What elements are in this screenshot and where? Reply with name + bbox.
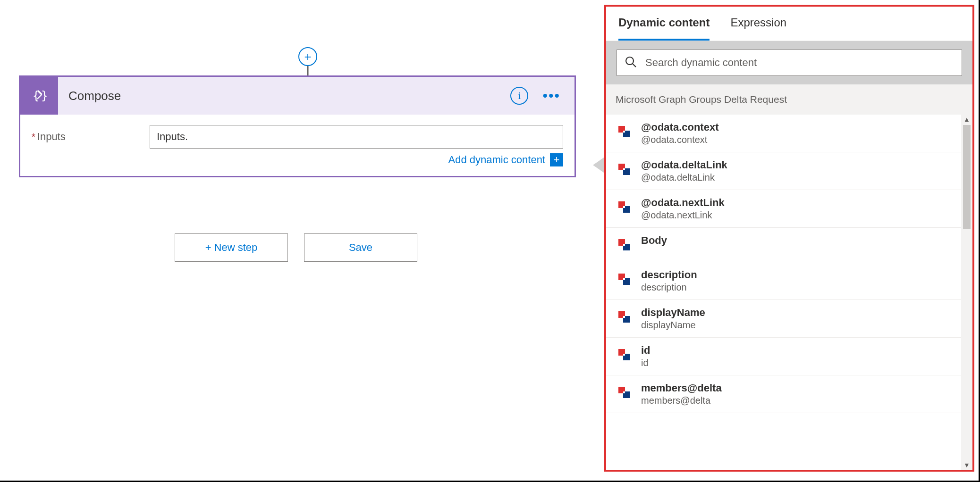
svg-marker-28: [623, 354, 625, 356]
dc-search-wrap: [606, 41, 972, 84]
dc-item-sub: @odata.deltaLink: [641, 172, 727, 183]
dc-item-title: @odata.context: [641, 121, 718, 133]
graph-icon: [616, 269, 633, 290]
footer-buttons: + New step Save: [175, 233, 417, 262]
dc-item[interactable]: @odata.deltaLink@odata.deltaLink: [606, 152, 961, 190]
svg-marker-10: [623, 131, 625, 133]
graph-icon: [616, 121, 633, 142]
graph-icon: [616, 234, 633, 255]
dc-item-sub: description: [641, 282, 697, 293]
save-button[interactable]: Save: [304, 233, 417, 262]
dc-item[interactable]: descriptiondescription: [606, 262, 961, 300]
dc-item-title: id: [641, 344, 651, 357]
graph-icon: [616, 307, 633, 327]
svg-marker-31: [623, 391, 625, 393]
svg-line-7: [633, 64, 636, 67]
add-dynamic-content-link[interactable]: Add dynamic content: [448, 154, 545, 166]
scroll-down-icon[interactable]: ▼: [963, 460, 970, 470]
graph-icon: [616, 344, 633, 365]
dc-item-title: description: [641, 269, 697, 281]
add-dynamic-content-button[interactable]: +: [550, 153, 563, 166]
dc-item-sub: displayName: [641, 320, 705, 331]
dc-item-sub: @odata.nextLink: [641, 210, 725, 221]
inputs-label: *Inputs: [32, 131, 150, 143]
svg-marker-25: [623, 316, 625, 318]
dc-item[interactable]: @odata.context@odata.context: [606, 115, 961, 152]
dc-search[interactable]: [617, 50, 962, 76]
dc-scrollbar[interactable]: ▲ ▼: [961, 115, 972, 470]
dc-item-sub: id: [641, 357, 651, 368]
compose-action-card: { } Compose i ••• *Inputs Add dynamic co…: [19, 75, 576, 177]
callout-arrow-icon: [593, 157, 605, 174]
dc-item-title: @odata.nextLink: [641, 197, 725, 209]
tab-dynamic-content[interactable]: Dynamic content: [618, 16, 710, 41]
plus-icon: +: [298, 47, 317, 66]
designer-canvas: + { } Compose i •••: [0, 0, 980, 482]
svg-marker-19: [623, 244, 625, 246]
dc-list: @odata.context@odata.context @odata.delt…: [606, 115, 972, 470]
svg-marker-16: [623, 206, 625, 208]
dc-item-title: displayName: [641, 307, 705, 319]
svg-text:}: }: [41, 89, 48, 102]
scroll-thumb[interactable]: [963, 125, 971, 229]
svg-point-6: [626, 57, 634, 65]
dc-item[interactable]: Body: [606, 228, 961, 262]
dc-item[interactable]: @odata.nextLink@odata.nextLink: [606, 190, 961, 228]
graph-icon: [616, 197, 633, 217]
dc-item-title: members@delta: [641, 382, 722, 394]
info-icon[interactable]: i: [510, 87, 528, 105]
search-icon: [625, 56, 637, 70]
dynamic-content-panel: Dynamic content Expression Microsoft Gra…: [604, 5, 974, 472]
tab-expression[interactable]: Expression: [730, 16, 786, 41]
graph-icon: [616, 382, 633, 403]
dc-item-sub: @odata.context: [641, 134, 718, 145]
dc-section-header: Microsoft Graph Groups Delta Request: [606, 84, 972, 115]
dc-item-title: Body: [641, 234, 667, 247]
scroll-up-icon[interactable]: ▲: [963, 115, 970, 124]
graph-icon: [616, 159, 633, 180]
dc-item-sub: members@delta: [641, 395, 722, 406]
dc-item-title: @odata.deltaLink: [641, 159, 727, 171]
dc-item[interactable]: members@deltamembers@delta: [606, 375, 961, 413]
dc-item[interactable]: idid: [606, 338, 961, 375]
dc-tabs: Dynamic content Expression: [606, 7, 972, 41]
compose-title: Compose: [58, 89, 510, 103]
compose-icon: { }: [20, 77, 58, 115]
more-icon[interactable]: •••: [542, 93, 560, 99]
svg-marker-13: [623, 168, 625, 170]
compose-header[interactable]: { } Compose i •••: [20, 77, 574, 115]
dc-item[interactable]: displayNamedisplayName: [606, 300, 961, 338]
svg-marker-22: [623, 278, 625, 280]
inputs-field[interactable]: [150, 125, 563, 149]
compose-body: *Inputs Add dynamic content +: [20, 115, 574, 176]
dc-search-input[interactable]: [645, 57, 954, 69]
new-step-button[interactable]: + New step: [175, 233, 288, 262]
required-asterisk: *: [32, 132, 35, 142]
